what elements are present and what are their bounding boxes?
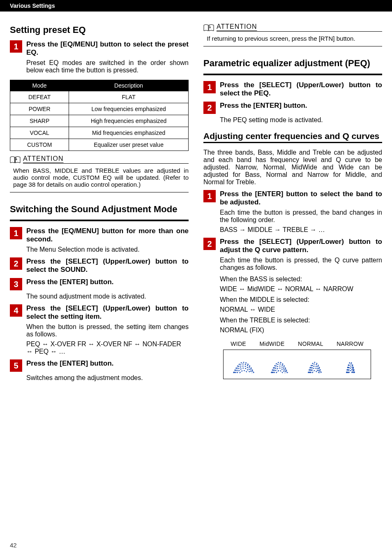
curve-labels-row: WIDE MidWIDE NORMAL NARROW [223, 341, 371, 347]
step-number-badge: 1 [203, 81, 216, 93]
step-lead: Press the [SELECT] (Upper/Lower) button … [26, 257, 189, 274]
mode-cell: VOCAL [10, 127, 69, 139]
step-1-peq: 1 Press the [SELECT] (Upper/Lower) butto… [203, 81, 382, 97]
curve-label-midwide: MidWIDE [259, 341, 284, 347]
step-number-badge: 1 [10, 40, 22, 53]
heading-parametric-eq: Parametric equalizer adjustment (PEQ) [203, 58, 382, 70]
step-2-qcurve: 2 Press the [SELECT] (Upper/Lower) butto… [203, 238, 382, 254]
bass-sequence: WIDE ↔ MidWIDE ↔ NORMAL ↔ NARROW [220, 285, 382, 293]
curve-narrow-icon [338, 357, 363, 376]
book-icon [10, 156, 23, 163]
attention-end-rule [10, 192, 189, 192]
step-1-text: Preset EQ modes are switched in the orde… [26, 59, 189, 74]
desc-cell: Equalizer user preset value [69, 139, 189, 151]
step-2-sound-mode: 2 Press the [SELECT] (Upper/Lower) butto… [10, 257, 189, 274]
table-row: DEFEATFLAT [10, 91, 189, 103]
table-row: SHARPHigh frequencies emphasized [10, 115, 189, 127]
step-3-text: The sound adjustment mode is activated. [26, 293, 189, 300]
right-column: ATTENTION If returning to previous scree… [196, 12, 392, 384]
step-lead: Press the [ENTER] button. [26, 278, 189, 286]
step-number-badge: 4 [10, 304, 22, 317]
curve-wide-icon [231, 357, 256, 376]
heavy-rule [10, 220, 189, 221]
step-4-sequence: PEQ ↔ X-OVER FR ↔ X-OVER NF ↔ NON-FADER … [26, 341, 189, 355]
step-number-badge: 2 [10, 257, 22, 270]
step-2-text: Each time the button is pressed, the Q c… [220, 257, 382, 271]
curve-label-wide: WIDE [231, 341, 246, 347]
step-number-badge: 1 [10, 227, 22, 239]
attention-heading: ATTENTION [203, 23, 382, 32]
heading-setting-preset-eq: Setting preset EQ [10, 25, 189, 36]
desc-cell: High frequencies emphasized [69, 115, 189, 127]
step-text: The Menu Selection mode is activated. [26, 246, 189, 253]
attention-text-rtn: If returning to previous screen, press t… [207, 35, 382, 42]
step-2-text: The PEQ setting mode is activated. [220, 116, 382, 124]
step-number-badge: 1 [203, 190, 216, 202]
heading-adjusting-center-freq: Adjusting center frequencies and Q curve… [203, 131, 382, 141]
step-number-badge: 3 [10, 278, 22, 290]
curve-label-normal: NORMAL [298, 341, 323, 347]
mode-cell: CUSTOM [10, 139, 69, 151]
attention-text-custom-eq: When BASS, MIDDLE and TREBLE values are … [13, 167, 189, 188]
step-number-badge: 2 [203, 238, 216, 250]
step-5-text: Switches among the adjustment modes. [26, 374, 189, 382]
step-number-badge: 5 [10, 359, 22, 372]
step-lead: Press the [SELECT] (Upper/Lower) button … [220, 81, 382, 97]
page-number: 42 [10, 542, 17, 549]
middle-sequence: NORMAL ↔ WIDE [220, 306, 382, 313]
section-header-bar: Various Settings [0, 0, 392, 12]
page-body: Setting preset EQ 1 Press the [EQ/MENU] … [0, 12, 392, 384]
step-number-badge: 2 [203, 102, 216, 114]
curve-normal-icon [302, 357, 327, 376]
bass-label: When the BASS is selected: [220, 276, 382, 283]
attention-label: ATTENTION [217, 23, 382, 32]
attention-end-rule [203, 46, 382, 46]
preset-eq-table: Mode Description DEFEATFLAT POWERLow fre… [10, 80, 189, 151]
step-lead: Press the [ENTER] button. [26, 359, 189, 368]
section-header-label: Various Settings [10, 2, 55, 9]
step-1-qcurve: 1 Press the [ENTER] button to select the… [203, 190, 382, 224]
step-1-preset-eq: 1 Press the [EQ/MENU] button to select t… [10, 40, 189, 74]
middle-label: When the MIDDLE is selected: [220, 296, 382, 303]
table-header-description: Description [69, 80, 189, 91]
desc-cell: Low frequencies emphasized [69, 103, 189, 115]
q-curve-diagram [223, 350, 371, 379]
step-5-sound-mode: 5 Press the [ENTER] button. [10, 359, 189, 372]
step-1-sound-mode: 1 Press the [EQ/MENU] button for more th… [10, 227, 189, 253]
mode-cell: DEFEAT [10, 91, 69, 103]
step-3-sound-mode: 3 Press the [ENTER] button. [10, 278, 189, 290]
treble-label: When the TREBLE is selected: [220, 317, 382, 324]
heavy-rule [203, 142, 382, 143]
table-row: VOCALMid frequencies emphasized [10, 127, 189, 139]
mode-cell: POWER [10, 103, 69, 115]
table-row: CUSTOMEqualizer user preset value [10, 139, 189, 151]
desc-cell: Mid frequencies emphasized [69, 127, 189, 139]
desc-cell: FLAT [69, 91, 189, 103]
left-column: Setting preset EQ 1 Press the [EQ/MENU] … [0, 12, 196, 384]
intro-adjusting-center-freq: The three bands, Bass, Middle and Treble… [203, 149, 382, 186]
step-lead: Press the [SELECT] (Upper/Lower) button … [220, 238, 382, 254]
step-1-sequence: BASS → MIDDLE → TREBLE → … [220, 226, 382, 234]
curve-midwide-icon [267, 357, 292, 376]
step-2-peq: 2 Press the [ENTER] button. [203, 102, 382, 114]
attention-heading: ATTENTION [10, 155, 189, 164]
step-text: Each time the button is pressed, the ban… [220, 209, 382, 224]
step-lead: Press the [ENTER] button. [220, 102, 382, 110]
table-row: POWERLow frequencies emphasized [10, 103, 189, 115]
treble-sequence: NORMAL (FIX) [220, 327, 382, 334]
curve-label-narrow: NARROW [337, 341, 364, 347]
table-header-mode: Mode [10, 80, 69, 91]
mode-cell: SHARP [10, 115, 69, 127]
step-lead: Press the [EQ/MENU] button for more than… [26, 227, 189, 243]
step-lead: Press the [SELECT] (Upper/Lower) button … [26, 304, 189, 321]
step-1-lead: Press the [EQ/MENU] button to select the… [26, 40, 189, 57]
attention-label: ATTENTION [23, 155, 189, 164]
step-lead: Press the [ENTER] button to select the b… [220, 190, 382, 206]
book-icon [203, 24, 217, 31]
step-text: When the button is pressed, the setting … [26, 323, 189, 338]
heading-switching-sound-mode: Switching the Sound Adjustment Mode [10, 204, 189, 215]
heavy-rule [203, 74, 382, 75]
step-4-sound-mode: 4 Press the [SELECT] (Upper/Lower) butto… [10, 304, 189, 338]
